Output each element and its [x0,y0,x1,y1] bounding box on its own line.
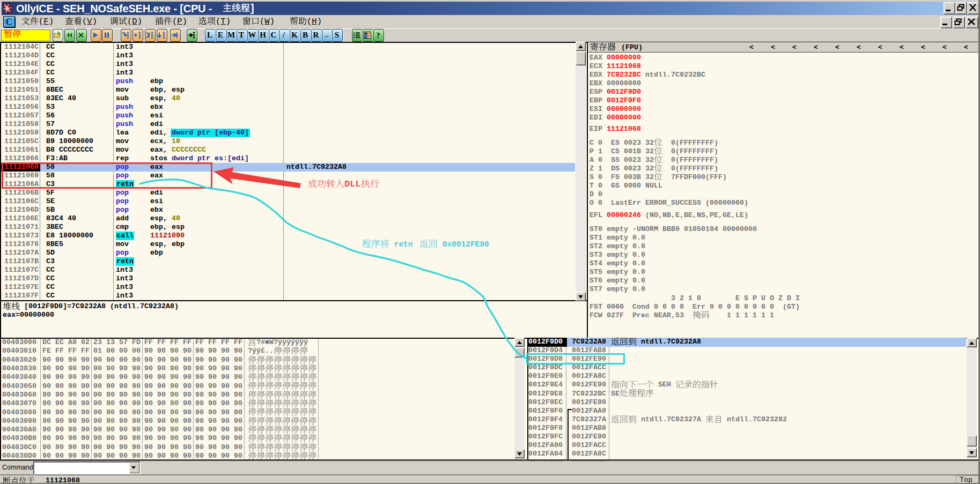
svg-text:C: C [6,17,13,27]
svg-text:?: ? [377,32,380,40]
